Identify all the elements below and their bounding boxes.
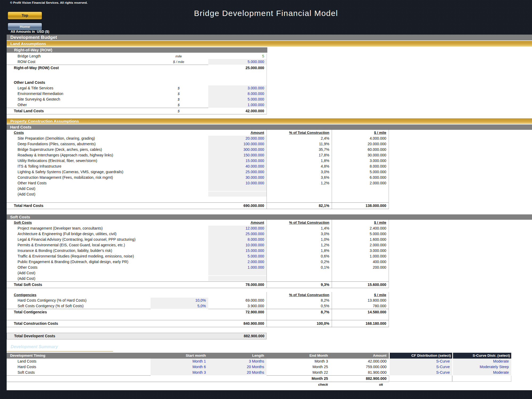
cf-distribution-select-cell[interactable]: S-Curve [389, 364, 452, 370]
amount-input-cell[interactable]: 25.000.000 [208, 231, 267, 237]
cost-row: (Add Cost) [7, 192, 389, 197]
land-row-value-cell[interactable]: 5.000.000 [208, 59, 267, 65]
pct-cell [267, 276, 332, 281]
end-month-cell: Month 22 [267, 370, 330, 376]
per-mile-cell: 780.000 [332, 303, 389, 309]
timing-total-end-month: Month 25 [267, 376, 330, 382]
pct-cell: 3,0% [267, 231, 332, 237]
cost-row-label: Roadway & Interchanges (Approach roads, … [7, 152, 208, 159]
pct-cell: 1,2% [267, 242, 332, 248]
amount-input-cell[interactable] [208, 270, 267, 276]
end-month-cell: Month 25 [267, 364, 330, 370]
s-curve-distr-select-cell[interactable]: Moderately Steep [452, 364, 511, 370]
cost-row-label: Construction Management (Fees, mobilizat… [7, 175, 208, 181]
contingency-row: Hard Costs Contigency (% of Hard Costs) … [7, 298, 389, 303]
amount-input-cell[interactable]: 150.000.000 [208, 152, 267, 159]
development-budget-bar: Development Budget [7, 35, 532, 40]
amount-input-cell[interactable]: 15.000.000 [208, 158, 267, 164]
start-month-input-cell[interactable]: Month 1 [151, 359, 208, 365]
pct-cell: 0,2% [267, 259, 332, 265]
amount-input-cell[interactable]: 12.000.000 [208, 226, 267, 232]
amount-input-cell[interactable]: 10.000.000 [208, 180, 267, 186]
land-row: Bridge Length mile 5 [7, 53, 267, 59]
land-row-value-cell[interactable]: 8.000.000 [208, 91, 267, 97]
land-row-value-cell[interactable]: 1.000.000 [208, 102, 267, 108]
timing-amount-cell: 42.000.000 [330, 359, 389, 365]
timing-row-label: Hard Costs [7, 364, 151, 370]
amount-input-cell[interactable]: 40.000.000 [208, 164, 267, 170]
amount-input-cell[interactable]: 2.000.000 [208, 259, 267, 265]
land-row: Other $ 1.000.000 [7, 102, 267, 108]
amount-input-cell[interactable]: 10.000.000 [208, 242, 267, 248]
land-row-unit: $ [149, 91, 208, 97]
amount-input-cell[interactable]: 8.000.000 [208, 237, 267, 243]
contingency-rate-cell[interactable]: 5,0% [151, 303, 208, 309]
cost-row: Public Engagement & Branding (Outreach, … [7, 259, 389, 265]
per-mile-cell: 400.000 [332, 259, 389, 265]
contingency-amount-cell: 69.000.000 [208, 298, 267, 304]
row-cost-total-label: Right-of-Way (ROW) Cost [7, 65, 149, 71]
amount-input-cell[interactable]: 100.000.000 [208, 141, 267, 147]
contingency-row: Soft Costs Contigency (% of Soft Costs) … [7, 303, 389, 309]
pct-cell: 0,6% [267, 253, 332, 260]
land-row-unit: $ [149, 102, 208, 108]
total-land-costs-label: Total Land Costs [7, 108, 149, 114]
cost-row-label: Traffic & Environmental Studies (Require… [7, 253, 208, 260]
cost-row: Other Hard Costs 10.000.000 1,2% 2.000.0… [7, 180, 389, 186]
land-row-unit: $ [149, 85, 208, 92]
amount-input-cell[interactable] [208, 186, 267, 192]
timing-amount-cell: 759.000.000 [330, 364, 389, 370]
pct-header: % of Total Construction [289, 293, 329, 297]
development-timing-table: Development Timing Start month Length En… [7, 353, 532, 387]
s-curve-distr-select-cell[interactable]: Moderate [452, 370, 511, 376]
total-land-costs-unit: $ [149, 108, 208, 114]
total-development-costs-label: Total Developent Costs [7, 333, 198, 339]
soft-cost-rows: Project management (Developer team, cons… [7, 226, 532, 281]
cost-row: Lighting & Safety Systems (Cameras, VMS,… [7, 169, 389, 175]
cost-row: Bridge Superstructure (Deck, arches, pie… [7, 147, 389, 152]
pct-cell: 17,8% [267, 152, 332, 159]
total-soft-costs-label: Total Soft Costs [7, 282, 208, 288]
cost-row: Construction Management (Fees, mobilizat… [7, 175, 389, 180]
cost-row: Deep Foundations (Piles, caissons, abutm… [7, 141, 389, 147]
amount-input-cell[interactable]: 20.000.000 [208, 136, 267, 142]
land-row-value-cell[interactable]: 5.000.000 [208, 97, 267, 103]
contingencies-header: Contigencies [14, 293, 36, 297]
contingency-rate-cell[interactable]: 10,0% [151, 298, 208, 304]
amount-input-cell[interactable]: 300.000.000 [208, 147, 267, 153]
length-input-cell[interactable]: 20 Months [208, 364, 267, 370]
amount-input-cell[interactable]: 1.000.000 [208, 265, 267, 271]
amount-input-cell[interactable] [208, 276, 267, 281]
amount-input-cell[interactable]: 25.000.000 [208, 169, 267, 175]
amount-input-cell[interactable] [208, 192, 267, 197]
cf-distribution-header: CF Distribution (select) [389, 353, 452, 359]
check-label: check [267, 382, 330, 387]
amount-input-cell[interactable]: 5.000.000 [208, 253, 267, 260]
length-input-cell[interactable]: 3 Months [208, 359, 267, 365]
land-row-value-cell[interactable]: 3.000.000 [208, 85, 267, 92]
per-mile-header: $ / mile [374, 131, 386, 135]
cf-distribution-select-cell[interactable]: S-Curve [389, 370, 452, 376]
cost-row-label: (Add Cost) [7, 192, 208, 197]
timing-header-row: Development Timing Start month Length En… [7, 353, 511, 359]
home-button[interactable]: Home [8, 23, 42, 30]
cost-row: Utility Relocations (Electrical, fiber, … [7, 158, 389, 164]
pct-cell: 35,7% [267, 147, 332, 153]
per-mile-cell: 30.000.000 [332, 152, 389, 159]
s-curve-distr-select-cell[interactable]: Moderate [452, 359, 511, 365]
cf-distribution-select-cell[interactable]: S-Curve [389, 359, 452, 365]
cost-row: (Add Cost) [7, 186, 389, 192]
amount-input-cell[interactable]: 15.000.000 [208, 248, 267, 254]
total-contingencies-label: Total Contigencies [7, 309, 151, 315]
start-month-input-cell[interactable]: Month 3 [151, 370, 208, 376]
total-hard-costs-row: Total Hard Costs 690.000.000 82,1% 138.0… [7, 202, 389, 209]
start-month-input-cell[interactable]: Month 6 [151, 364, 208, 370]
length-header: Length [208, 353, 267, 359]
other-land-rows: Legal & Title Services $ 3.000.000 Envir… [7, 85, 267, 108]
total-development-costs-value: 882.900.000 [198, 333, 267, 339]
total-soft-costs-row: Total Soft Costs 78.000.000 9,3% 15.600.… [7, 281, 389, 288]
costs-header: Costs [14, 131, 24, 135]
land-row-label: Legal & Title Services [7, 85, 149, 92]
amount-input-cell[interactable]: 30.000.000 [208, 175, 267, 181]
length-input-cell[interactable]: 20 Months [208, 370, 267, 376]
